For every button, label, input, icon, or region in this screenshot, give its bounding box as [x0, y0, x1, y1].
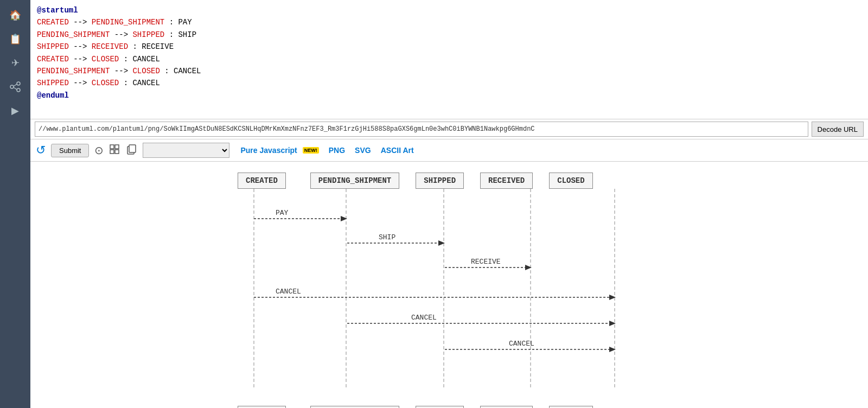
format-select[interactable] — [143, 143, 229, 158]
svg-link[interactable]: SVG — [355, 146, 371, 155]
play-icon[interactable]: ▶ — [4, 100, 26, 122]
code-line-1: @startuml — [37, 4, 861, 16]
participant-pending-top: PENDING_SHIPMENT — [310, 173, 399, 189]
sequence-diagram: CREATED PENDING_SHIPMENT SHIPPED RECEIVE… — [205, 173, 693, 408]
decode-url-button[interactable]: Decode URL — [812, 122, 864, 137]
svg-rect-6 — [115, 145, 119, 149]
participant-closed-top: CLOSED — [549, 173, 592, 189]
code-line-3: PENDING_SHIPMENT --> SHIPPED : SHIP — [37, 29, 861, 41]
code-line-8: @enduml — [37, 90, 861, 101]
grid-icon[interactable] — [109, 144, 120, 157]
svg-point-0 — [10, 85, 14, 88]
svg-text:CANCEL: CANCEL — [276, 288, 301, 296]
svg-text:SHIP: SHIP — [379, 233, 395, 241]
participant-received-top: RECEIVED — [480, 173, 533, 189]
svg-text:RECEIVE: RECEIVE — [471, 258, 501, 266]
settings-icon[interactable]: ⊙ — [94, 144, 104, 157]
submit-button[interactable]: Submit — [51, 144, 89, 157]
code-line-4: SHIPPED --> RECEIVED : RECEIVE — [37, 41, 861, 53]
svg-rect-5 — [110, 145, 114, 149]
svg-text:CANCEL: CANCEL — [411, 314, 437, 322]
copy-icon[interactable] — [125, 143, 137, 158]
participant-created-top: CREATED — [238, 173, 286, 189]
code-line-6: PENDING_SHIPMENT --> CLOSED : CANCEL — [37, 65, 861, 77]
sequence-svg: PAY SHIP RECEIVE CANCEL CANCEL — [205, 189, 672, 406]
ascii-link[interactable]: ASCII Art — [381, 146, 414, 155]
participant-created-bottom: CREATED — [238, 406, 286, 408]
participant-closed-bottom: CLOSED — [549, 406, 592, 408]
svg-point-2 — [17, 88, 20, 92]
sidebar: 🏠 📋 ✈ ▶ — [0, 0, 30, 408]
home-icon[interactable]: 🏠 — [4, 4, 26, 26]
new-badge: NEW! — [303, 147, 319, 154]
code-line-7: SHIPPED --> CLOSED : CANCEL — [37, 77, 861, 89]
svg-line-4 — [14, 87, 17, 90]
svg-text:PAY: PAY — [276, 209, 289, 217]
toolbar: ↺ Submit ⊙ Pure Javascript NEW! PNG SVG … — [30, 139, 868, 162]
pure-js-label: Pure Javascript — [240, 146, 297, 155]
svg-rect-10 — [129, 145, 136, 152]
network-icon[interactable] — [4, 76, 26, 98]
participant-received-bottom: RECEIVED — [480, 406, 533, 408]
svg-line-3 — [14, 84, 17, 86]
participant-pending-bottom: PENDING_SHIPMENT — [310, 406, 399, 408]
main-content: @startuml CREATED --> PENDING_SHIPMENT :… — [30, 0, 868, 408]
png-link[interactable]: PNG — [329, 146, 345, 155]
svg-point-1 — [17, 82, 20, 85]
document-icon[interactable]: 📋 — [4, 28, 26, 50]
participant-shipped-top: SHIPPED — [416, 173, 464, 189]
participant-shipped-bottom: SHIPPED — [416, 406, 464, 408]
svg-rect-8 — [115, 150, 119, 154]
refresh-icon[interactable]: ↺ — [36, 143, 46, 157]
svg-rect-7 — [110, 150, 114, 154]
svg-text:CANCEL: CANCEL — [509, 340, 534, 348]
diagram-area: CREATED PENDING_SHIPMENT SHIPPED RECEIVE… — [30, 162, 868, 408]
code-editor[interactable]: @startuml CREATED --> PENDING_SHIPMENT :… — [30, 0, 868, 119]
url-bar: Decode URL — [30, 119, 868, 139]
url-input[interactable] — [35, 122, 808, 137]
code-line-5: CREATED --> CLOSED : CANCEL — [37, 53, 861, 65]
code-line-2: CREATED --> PENDING_SHIPMENT : PAY — [37, 16, 861, 28]
rocket-icon[interactable]: ✈ — [4, 52, 26, 74]
